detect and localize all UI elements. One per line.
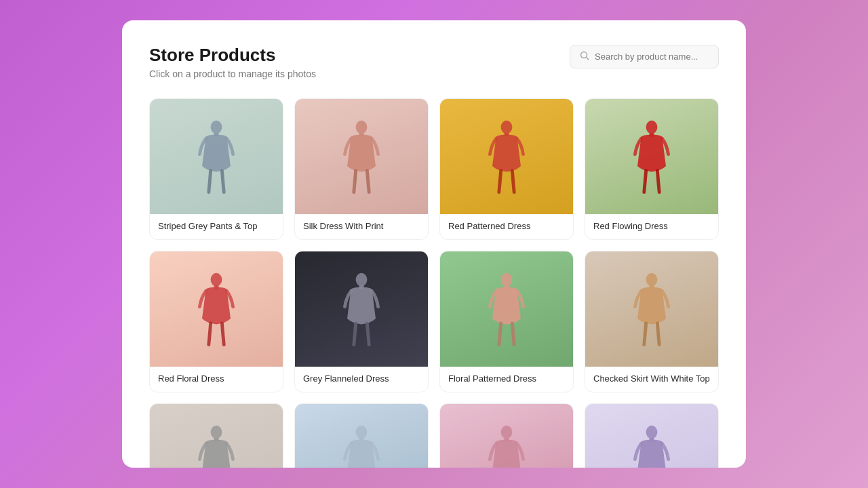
svg-point-12 <box>356 273 368 287</box>
product-image <box>295 251 428 367</box>
page-title: Store Products <box>149 45 316 66</box>
svg-point-4 <box>356 121 368 134</box>
search-bar[interactable] <box>570 45 719 68</box>
svg-point-6 <box>501 121 513 134</box>
product-card[interactable]: Red Patterned Dress <box>439 98 574 240</box>
svg-point-8 <box>646 121 658 134</box>
product-card[interactable]: Red Flowing Dress <box>585 98 719 240</box>
product-image <box>295 404 428 468</box>
product-card[interactable]: Striped Grey Pants & Top <box>149 98 283 240</box>
product-name: Floral Patterned Dress <box>440 367 573 392</box>
product-card[interactable]: Floral Patterned Dress <box>439 251 574 392</box>
title-block: Store Products Click on a product to man… <box>149 45 316 79</box>
svg-point-22 <box>501 426 513 439</box>
product-image <box>440 404 573 468</box>
product-image <box>585 99 718 214</box>
svg-point-16 <box>646 273 658 287</box>
svg-point-10 <box>211 273 222 287</box>
products-grid: Striped Grey Pants & Top Silk Dress With… <box>149 98 719 468</box>
product-image <box>440 99 573 214</box>
product-name: Red Floral Dress <box>150 367 283 392</box>
product-name: Red Patterned Dress <box>440 214 573 239</box>
svg-point-18 <box>211 426 222 439</box>
svg-point-14 <box>501 273 513 287</box>
search-input[interactable] <box>595 52 709 62</box>
svg-line-1 <box>587 58 589 60</box>
product-image <box>585 251 718 367</box>
product-image <box>585 404 718 468</box>
product-name: Checked Skirt With White Top <box>585 367 718 392</box>
product-image <box>150 404 283 468</box>
svg-point-24 <box>646 426 658 439</box>
product-card[interactable]: Checked Skirt With White Top <box>585 251 719 392</box>
product-image <box>440 251 573 367</box>
product-image <box>150 99 283 214</box>
product-name: Red Flowing Dress <box>585 214 718 239</box>
product-image <box>295 99 428 214</box>
page-subtitle: Click on a product to manage its photos <box>149 68 316 79</box>
product-card[interactable]: Blue Floral Top <box>294 403 429 468</box>
header-section: Store Products Click on a product to man… <box>149 45 719 79</box>
product-card[interactable]: Red Floral Dress <box>149 251 283 392</box>
product-card[interactable]: Striped Button-Up Shirt <box>149 403 283 468</box>
product-name: Striped Grey Pants & Top <box>150 214 283 239</box>
product-image <box>150 251 283 367</box>
product-card[interactable]: Silk Dress With Print <box>294 98 429 240</box>
svg-point-2 <box>211 121 222 134</box>
product-card[interactable]: Pink Midi Dress <box>439 403 574 468</box>
svg-point-20 <box>356 426 368 439</box>
product-card[interactable]: Lavender Casual Dress <box>585 403 719 468</box>
search-icon <box>580 51 589 62</box>
product-name: Silk Dress With Print <box>295 214 428 239</box>
product-name: Grey Flanneled Dress <box>295 367 428 392</box>
main-card: Store Products Click on a product to man… <box>122 20 746 468</box>
product-card[interactable]: Grey Flanneled Dress <box>294 251 429 392</box>
